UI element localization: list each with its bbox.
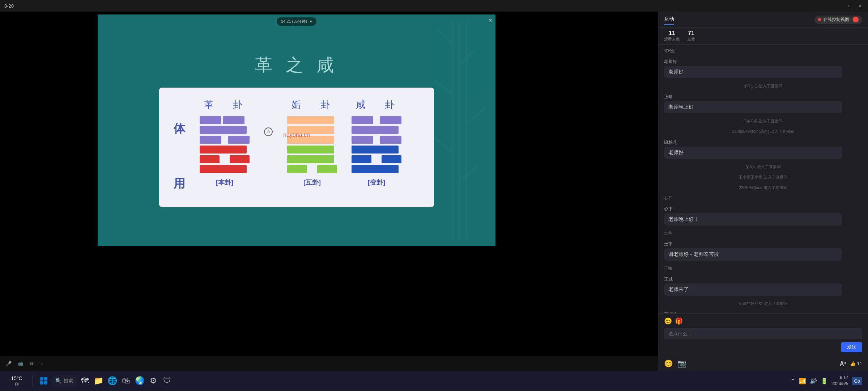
ge-line-5 [200, 155, 250, 163]
store-icon[interactable]: 🛍 [120, 375, 132, 387]
live-indicator[interactable]: 在线控制视图 [814, 16, 862, 24]
likes-stat: 71 点赞 [687, 30, 695, 42]
sys-msg-3: 138625492534(消息) 出入了直播间 [664, 129, 862, 134]
edge-icon[interactable]: 🌐 [106, 375, 118, 387]
start-button[interactable] [38, 375, 50, 387]
record-button[interactable] [853, 17, 859, 22]
font-size-button[interactable]: Aᵃ [840, 360, 846, 367]
gou-sub-label: [互卦] [303, 178, 321, 187]
sys-msg-6: 22PPPiClood 进入了直播间 [664, 185, 862, 190]
chat-input[interactable] [664, 328, 862, 339]
chat-bubble-tuyu: 谢老师好－老师辛苦啦 [664, 248, 842, 261]
xian-line-3 [352, 136, 401, 144]
sys-msg-2: G弟G弟 进入了直播间 [664, 118, 862, 124]
ge-gua-section: 革 卦 [200, 98, 250, 187]
slide-content: 革 之 咸 ✏ nayona.cn 体 用 革 卦 [98, 14, 495, 246]
slide-chevron[interactable]: ▾ [310, 19, 312, 24]
store-app-icon: 🛍 [122, 376, 130, 386]
weather-widget: 15°C 雨 [6, 375, 27, 387]
chat-bubble-zhengcheng: 老师来了 [664, 283, 842, 296]
clock-widget[interactable]: 6:17 2024/5/5 [831, 375, 848, 387]
slide-decoration [423, 14, 495, 246]
search-button[interactable]: 🔍 搜索 [52, 375, 77, 387]
emoji-bar: 😊 🎁 [664, 317, 862, 325]
svg-line-5 [434, 80, 452, 94]
ti-yong-labels: 体 用 [174, 98, 185, 200]
xian-line-2 [352, 126, 401, 134]
taskbar-divider-1 [33, 375, 33, 386]
reaction-icon: 👍 [850, 361, 856, 366]
chat-entry-laoshihao: 老师好 老师好 [664, 59, 862, 78]
ge-line-2 [200, 126, 250, 134]
xian-sub-label: [变卦] [368, 178, 385, 187]
xian-line-6 [352, 165, 401, 173]
gift-button[interactable]: 🎁 [675, 317, 683, 325]
battery-icon[interactable]: 🔋 [821, 378, 828, 384]
security-icon[interactable]: 🛡 [161, 375, 173, 387]
network-icon[interactable]: 📶 [799, 378, 806, 384]
emoji-panel-icon[interactable]: 😊 [664, 359, 673, 368]
zhengcheng-label: 正城 [664, 266, 862, 271]
browser-app-icon: 🌏 [135, 376, 145, 386]
maps-app-icon: 🗺 [81, 376, 89, 386]
maximize-button[interactable]: □ [846, 2, 854, 9]
chevron-up-icon[interactable]: ⌃ [791, 378, 795, 384]
windows-logo [40, 377, 47, 384]
send-button[interactable]: 发送 [841, 342, 862, 352]
chat-bubble-lvbz: 老师好 [664, 147, 842, 159]
notification-badge[interactable]: Co [852, 377, 862, 385]
chat-entry-lvbz: 绿柏芝 老师好 [664, 139, 862, 159]
reaction-button[interactable]: 👍 11 [850, 361, 862, 366]
ge-line-6 [200, 165, 250, 173]
sys-msg-5: 王小明王小明 进入了直播间 [664, 175, 862, 180]
ge-line-4 [200, 146, 250, 154]
browser-icon-2[interactable]: 🌏 [134, 375, 145, 387]
maps-icon[interactable]: 🗺 [79, 375, 90, 387]
xian-line-1 [352, 116, 401, 124]
title-bar: 8-20 ─ □ ✕ [0, 0, 868, 12]
clock-time: 6:17 [840, 375, 848, 381]
diagram-card: 体 用 革 卦 [159, 88, 434, 207]
slide-title: 革 之 咸 [255, 54, 339, 77]
viewers-stat: 11 观看人数 [664, 30, 680, 42]
likes-count: 71 [688, 30, 694, 37]
slide-timer: 14:21 (35分钟) [281, 19, 307, 24]
xian-gua-section: 咸 卦 [352, 98, 401, 187]
ge-line-3 [200, 136, 250, 144]
more-button[interactable]: ··· [39, 361, 43, 366]
settings-icon[interactable]: ⚙ [148, 375, 159, 387]
slide-container: 14:21 (35分钟) ▾ ✕ 革 之 [98, 14, 495, 246]
xian-gua-title: 咸 卦 [356, 98, 397, 111]
watermark: nayona.cn [283, 132, 310, 138]
clock-date: 2024/5/5 [831, 381, 848, 387]
chat-input-area: 😊 🎁 发送 [658, 313, 868, 356]
emoji-button[interactable]: 😊 [664, 317, 672, 325]
minimize-button[interactable]: ─ [836, 2, 843, 9]
camera-ctrl-button[interactable]: 📹 [17, 361, 23, 366]
close-button[interactable]: ✕ [856, 2, 864, 9]
ge-sub-label: [本卦] [216, 178, 233, 187]
svg-line-3 [438, 29, 452, 43]
panel-bottom: 😊 📷 Aᵃ 👍 11 [658, 356, 868, 371]
chat-user-tuyu: 土宇 [664, 241, 862, 247]
tab-interaction[interactable]: 互动 [664, 14, 674, 25]
temperature: 15°C [11, 375, 22, 381]
security-app-icon: 🛡 [163, 376, 171, 386]
mute-button[interactable]: 🎤 [6, 361, 12, 366]
chat-bubble-zhenghan: 老师晚上好 [664, 101, 842, 113]
bottom-control-bar: 🎤 📹 🖥 ··· [0, 356, 658, 371]
camera-icon[interactable]: 📷 [677, 359, 686, 368]
live-text: 在线控制视图 [823, 17, 849, 23]
slide-close-button[interactable]: ✕ [488, 17, 493, 23]
yong-label: 用 [174, 176, 185, 192]
tuyu-label: 土宇 [664, 231, 862, 236]
ge-gua-lines [200, 116, 250, 173]
explorer-icon[interactable]: 📁 [93, 375, 104, 387]
sound-icon[interactable]: 🔊 [810, 378, 817, 384]
ge-line-1 [200, 116, 250, 124]
search-label: 搜索 [64, 378, 73, 384]
svg-line-8 [459, 167, 477, 181]
chat-area[interactable]: 评论区 老师好 老师好 小0心心 进入了直播间 正晗 老师晚上好 G弟G弟 进入… [658, 45, 868, 313]
svg-line-7 [434, 138, 452, 152]
share-button[interactable]: 🖥 [29, 361, 34, 366]
